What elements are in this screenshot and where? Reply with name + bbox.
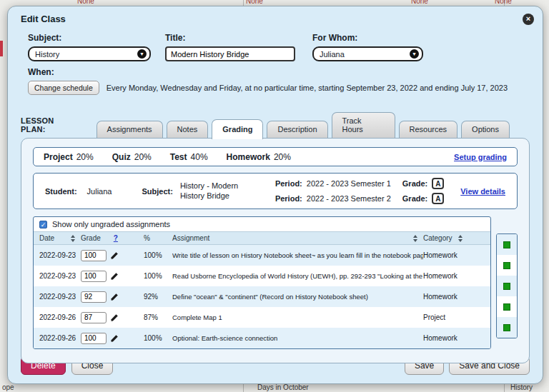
grade-cell — [81, 291, 144, 303]
grade-input[interactable] — [81, 312, 107, 323]
weight-homework: Homework20% — [227, 152, 291, 162]
grade-column-header: Grade ? — [81, 234, 144, 242]
background-fragment: ope — [2, 383, 14, 391]
edit-class-dialog: Edit Class × Subject: History ▼ Title: F… — [7, 6, 543, 384]
sort-icon[interactable] — [413, 235, 417, 242]
assignment-category: Homework — [423, 293, 490, 301]
date-column-header: Date — [39, 234, 81, 242]
assignment-text: Define "ocean" & "continent" (Record on … — [172, 293, 423, 301]
tab-grading[interactable]: Grading — [212, 119, 263, 139]
ungraded-filter-checkbox[interactable]: ✓ — [39, 221, 47, 228]
assignments-table: ✓ Show only ungraded assignments Date Gr… — [33, 216, 491, 349]
student-name: Juliana — [87, 187, 112, 196]
for-whom-field-group: For Whom: Juliana ▼ — [312, 33, 423, 61]
dropdown-arrow-icon: ▼ — [137, 49, 147, 59]
close-icon[interactable]: × — [523, 14, 534, 25]
assignment-category: Homework — [423, 251, 490, 259]
grade-cell — [81, 333, 144, 344]
tab-description[interactable]: Description — [267, 121, 327, 138]
assignment-text: Optional: Earth-science connection — [172, 334, 423, 342]
grade-input[interactable] — [81, 333, 107, 344]
assignment-row: 2022-09-26 100% Optional: Earth-science … — [34, 328, 490, 348]
subject-group: Subject: History - Modern History Bridge — [142, 181, 254, 200]
for-whom-select-value: Juliana — [320, 50, 345, 59]
subject-select[interactable]: History ▼ — [28, 46, 151, 61]
status-green-square[interactable] — [503, 324, 510, 331]
for-whom-label: For Whom: — [312, 33, 423, 43]
title-input[interactable] — [165, 46, 295, 61]
change-schedule-button[interactable]: Change schedule — [28, 81, 99, 95]
dialog-title: Edit Class — [21, 14, 530, 24]
edit-pencil-icon[interactable] — [110, 334, 119, 343]
semester-grade: A — [432, 178, 444, 189]
assignment-category: Homework — [423, 272, 490, 280]
lesson-plan-tabs: LESSON PLAN: Assignments Notes Grading D… — [21, 112, 530, 138]
title-field-group: Title: — [165, 33, 295, 61]
assignment-date: 2022-09-26 — [39, 313, 81, 322]
tab-assignments[interactable]: Assignments — [97, 121, 163, 138]
weight-quiz: Quiz20% — [112, 152, 152, 162]
view-details-link[interactable]: View details — [460, 187, 505, 196]
assignment-column-header: Assignment — [172, 234, 423, 242]
period-value: 2022 - 2023 Semester 2 — [307, 194, 391, 203]
class-form-row: Subject: History ▼ Title: For Whom: Juli… — [28, 33, 530, 61]
status-cell — [497, 255, 517, 276]
dropdown-arrow-icon: ▼ — [410, 49, 419, 59]
for-whom-select[interactable]: Juliana ▼ — [312, 46, 423, 61]
schedule-description: Every Monday, Wednesday and Friday, at n… — [107, 84, 508, 92]
tab-resources[interactable]: Resources — [399, 121, 458, 138]
assignment-percent: 100% — [144, 251, 172, 259]
background-fragment: History — [510, 383, 533, 391]
edit-pencil-icon[interactable] — [110, 293, 119, 301]
semester-grade: A — [432, 193, 444, 204]
status-green-square[interactable] — [503, 283, 510, 290]
background-red-mark — [0, 41, 3, 56]
tab-track-hours[interactable]: Track Hours — [332, 112, 395, 138]
percent-column-header: % — [144, 234, 172, 242]
background-fragment: None — [246, 0, 263, 5]
when-label: When: — [28, 67, 530, 77]
background-fragment: None — [495, 0, 512, 5]
status-cell — [497, 317, 517, 338]
grade-input[interactable] — [81, 250, 107, 261]
grade-help-link[interactable]: ? — [114, 234, 118, 242]
subject-label: Subject: — [28, 33, 151, 43]
assignment-percent: 100% — [144, 334, 172, 342]
status-cell — [497, 276, 517, 296]
tab-options[interactable]: Options — [461, 121, 510, 138]
grade-cell — [81, 271, 144, 282]
periods-group: Period: 2022 - 2023 Semester 1 Grade: A … — [275, 178, 444, 204]
edit-pencil-icon[interactable] — [110, 251, 119, 260]
edit-pencil-icon[interactable] — [110, 272, 119, 281]
assignment-percent: 92% — [144, 293, 172, 301]
status-green-square[interactable] — [503, 262, 510, 269]
sort-icon[interactable] — [458, 235, 463, 242]
assignment-text: Read Usborne Encyclopedia of World Histo… — [172, 272, 423, 280]
category-column-header: Category — [423, 234, 490, 242]
assignment-date: 2022-09-26 — [39, 334, 81, 343]
background-fragment: None — [77, 0, 94, 5]
student-group: Student: Juliana — [45, 187, 112, 196]
weight-project: Project20% — [44, 152, 94, 162]
background-fragment: None — [411, 0, 428, 5]
grade-input[interactable] — [81, 271, 107, 282]
assignment-text: Complete Map 1 — [172, 313, 423, 321]
grade-cell — [81, 312, 144, 323]
period-value: 2022 - 2023 Semester 1 — [307, 179, 391, 188]
grade-label: Grade: — [402, 179, 427, 188]
period-row: Period: 2022 - 2023 Semester 1 Grade: A — [275, 178, 444, 189]
period-label: Period: — [275, 179, 302, 188]
assignments-zone: ✓ Show only ungraded assignments Date Gr… — [33, 216, 518, 349]
ungraded-filter-label: Show only ungraded assignments — [52, 220, 170, 228]
table-header-row: Date Grade ? % Assignment Category — [34, 232, 490, 245]
sort-icon[interactable] — [71, 235, 75, 242]
tab-notes[interactable]: Notes — [167, 121, 209, 138]
assignment-row: 2022-09-26 87% Complete Map 1 Project — [34, 307, 490, 328]
grading-tab-panel: Project20% Quiz20% Test40% Homework20% S… — [21, 138, 530, 363]
grade-input[interactable] — [81, 291, 107, 303]
subject-field-group: Subject: History ▼ — [28, 33, 151, 61]
status-green-square[interactable] — [503, 303, 510, 311]
setup-grading-link[interactable]: Setup grading — [454, 153, 507, 161]
edit-pencil-icon[interactable] — [110, 313, 119, 322]
status-green-square[interactable] — [503, 241, 510, 248]
